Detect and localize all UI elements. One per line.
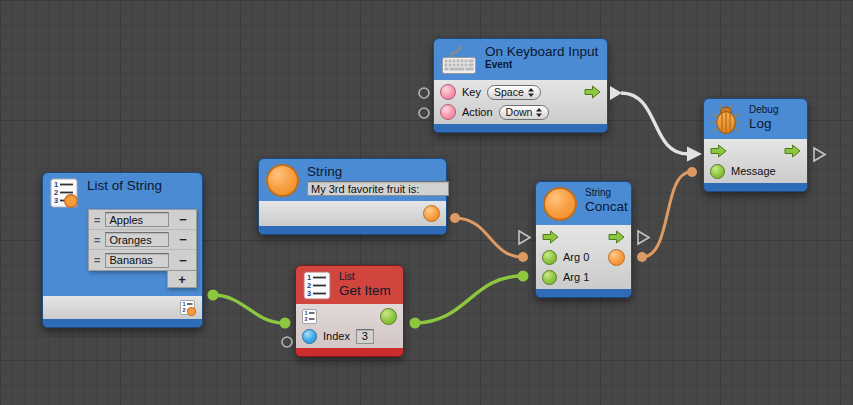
key-input-port[interactable]: [440, 84, 456, 100]
graph-canvas[interactable]: On Keyboard Input Event Key Space: [0, 0, 853, 405]
list-input-port[interactable]: 12: [302, 309, 317, 324]
list-output-port[interactable]: 12: [180, 300, 196, 316]
action-dropdown-value: Down: [506, 106, 533, 118]
svg-text:2: 2: [305, 316, 308, 322]
arg0-input-port[interactable]: [542, 250, 557, 265]
svg-text:2: 2: [183, 307, 186, 313]
node-header[interactable]: String Concat: [536, 182, 631, 225]
remove-item-button[interactable]: −: [175, 253, 191, 268]
remove-item-button[interactable]: −: [175, 212, 191, 227]
node-footer: [296, 348, 403, 356]
node-category: String: [585, 187, 624, 199]
arg1-row: Arg 1: [536, 267, 631, 287]
node-category: Debug: [749, 104, 778, 116]
node-header[interactable]: String: [259, 159, 446, 201]
node-title: List of String: [87, 178, 162, 193]
remove-item-button[interactable]: −: [175, 232, 191, 247]
flow-output-port[interactable]: [584, 85, 601, 99]
node-footer: [434, 124, 607, 132]
node-header[interactable]: 123 List Get Item: [296, 266, 403, 304]
node-category: List: [339, 271, 391, 283]
list-item-input[interactable]: [105, 253, 169, 268]
item-output-port[interactable]: [380, 308, 397, 325]
arg1-input-port[interactable]: [542, 270, 557, 285]
arg0-row: Arg 0: [536, 247, 631, 267]
key-label: Key: [462, 86, 481, 98]
key-row: Key Space: [434, 82, 607, 102]
up-down-arrows-icon: [528, 88, 534, 97]
node-list-of-string[interactable]: 123 List of String = − =: [42, 172, 203, 328]
flow-input-port[interactable]: [710, 144, 727, 158]
key-dropdown[interactable]: Space: [487, 85, 541, 100]
node-debug-log[interactable]: Debug Log Message: [703, 98, 808, 192]
svg-text:3: 3: [54, 196, 58, 205]
flow-row: [536, 227, 631, 247]
node-list-get-item[interactable]: 123 List Get Item 12: [295, 265, 404, 357]
node-footer: [536, 289, 631, 297]
flow-output-port[interactable]: [608, 230, 625, 244]
list-item-row: = −: [89, 210, 196, 230]
drag-handle-icon[interactable]: =: [94, 234, 100, 246]
numbered-list-icon: 123: [50, 178, 79, 209]
flow-input-port[interactable]: [542, 230, 559, 244]
index-value-input[interactable]: [356, 329, 374, 344]
action-input-port[interactable]: [440, 104, 456, 120]
node-title: Log: [749, 116, 778, 131]
node-string-concat[interactable]: String Concat Arg 0 Arg 1: [535, 181, 632, 298]
node-on-keyboard-input[interactable]: On Keyboard Input Event Key Space: [433, 38, 608, 133]
list-item-input[interactable]: [105, 232, 169, 247]
node-header[interactable]: 123 List of String: [43, 173, 202, 209]
output-row: 12: [43, 299, 202, 316]
node-header[interactable]: Debug Log: [704, 99, 807, 139]
index-input-port[interactable]: [302, 329, 317, 344]
list-item-row: = −: [89, 250, 196, 270]
action-label: Action: [462, 106, 493, 118]
arg1-label: Arg 1: [563, 271, 589, 283]
node-footer: [704, 183, 807, 191]
orange-circle-icon: [543, 187, 577, 221]
flow-output-port[interactable]: [784, 144, 801, 158]
node-footer: [259, 226, 446, 234]
bug-icon: [711, 104, 741, 135]
node-footer: [43, 319, 202, 327]
action-dropdown[interactable]: Down: [499, 105, 550, 120]
flow-row: [704, 141, 807, 161]
node-title: On Keyboard Input: [485, 44, 598, 59]
list-item-input[interactable]: [105, 212, 169, 227]
node-subtitle: Event: [485, 59, 598, 71]
node-header[interactable]: On Keyboard Input Event: [434, 39, 607, 80]
add-item-button[interactable]: +: [167, 271, 197, 288]
index-label: Index: [323, 330, 350, 342]
message-input-port[interactable]: [710, 164, 725, 179]
node-string-literal[interactable]: String: [258, 158, 447, 235]
numbered-list-icon: 123: [303, 271, 331, 300]
action-row: Action Down: [434, 102, 607, 122]
key-dropdown-value: Space: [494, 86, 524, 98]
drag-handle-icon[interactable]: =: [94, 214, 100, 226]
arg0-label: Arg 0: [563, 251, 589, 263]
message-label: Message: [731, 165, 776, 177]
string-value-input[interactable]: [307, 181, 449, 196]
orange-circle-icon: [266, 164, 299, 197]
index-row: Index: [296, 326, 403, 346]
drag-handle-icon[interactable]: =: [94, 254, 100, 266]
output-row: [259, 205, 446, 222]
node-title: Concat: [585, 199, 624, 214]
result-output-port[interactable]: [608, 249, 625, 266]
message-row: Message: [704, 161, 807, 181]
string-output-port[interactable]: [423, 205, 440, 222]
node-title: String: [307, 164, 439, 179]
up-down-arrows-icon: [536, 108, 542, 117]
keyboard-icon: [441, 44, 477, 76]
list-io-row: 12: [296, 306, 403, 326]
list-item-row: = −: [89, 230, 196, 250]
svg-text:3: 3: [307, 289, 311, 298]
node-title: Get Item: [339, 283, 391, 298]
list-items-editor: = − = − = −: [88, 209, 197, 271]
